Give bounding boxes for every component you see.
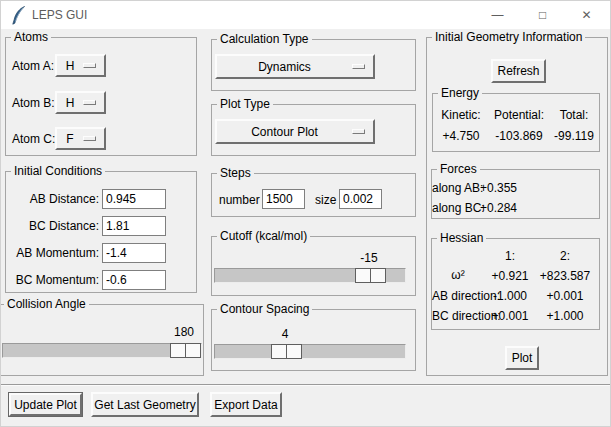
bc-direction-v2: +1.000 (536, 309, 594, 323)
contour-spacing-value: 4 (265, 327, 305, 341)
optionmenu-indicator-icon (83, 136, 96, 141)
bc-direction-v1: +0.001 (484, 309, 536, 323)
potential-value: -103.869 (488, 129, 550, 143)
geometry-info-group: Initial Geometry Information Refresh Ene… (426, 37, 608, 376)
cutoff-slider[interactable] (214, 268, 406, 283)
bc-momentum-label: BC Momentum: (6, 273, 99, 287)
kinetic-value: +4.750 (435, 129, 487, 143)
cutoff-value: -15 (349, 251, 389, 265)
atom-a-value: H (57, 59, 83, 73)
bc-direction-label: BC direction: (432, 309, 482, 323)
calculation-type-value: Dynamics (217, 60, 352, 74)
cutoff-handle[interactable] (355, 268, 386, 283)
omega-squared-v2: +823.587 (536, 269, 594, 283)
hessian-legend: Hessian (437, 231, 486, 246)
contour-spacing-handle[interactable] (271, 344, 302, 359)
geometry-info-legend: Initial Geometry Information (432, 30, 585, 45)
forces-group: Forces along AB: +0.355 along BC: +0.284 (431, 169, 600, 219)
get-last-geometry-label: Get Last Geometry (94, 398, 195, 412)
plot-type-legend: Plot Type (217, 97, 273, 112)
window-title: LEPS GUI (32, 8, 87, 22)
calculation-type-select[interactable]: Dynamics (215, 54, 375, 79)
force-bc-label: along BC: (432, 201, 472, 215)
collision-angle-handle[interactable] (170, 343, 201, 358)
force-ab-label: along AB: (432, 181, 472, 195)
bc-momentum-input[interactable] (102, 270, 166, 290)
ab-momentum-input[interactable] (102, 243, 166, 263)
atom-b-value: H (57, 96, 83, 110)
titlebar: LEPS GUI — □ ✕ (1, 1, 610, 29)
steps-group: Steps number size (211, 173, 416, 217)
plot-type-group: Plot Type Contour Plot (211, 104, 416, 156)
cutoff-legend: Cutoff (kcal/mol) (217, 229, 310, 244)
ab-momentum-label: AB Momentum: (6, 246, 99, 260)
calculation-type-group: Calculation Type Dynamics (211, 39, 416, 91)
ab-distance-label: AB Distance: (6, 192, 99, 206)
energy-legend: Energy (438, 86, 482, 101)
ab-direction-v1: -1.000 (484, 289, 536, 303)
cutoff-group: Cutoff (kcal/mol) -15 (211, 236, 416, 296)
contour-spacing-legend: Contour Spacing (217, 302, 312, 317)
minimize-button[interactable]: — (475, 1, 520, 29)
initial-conditions-group: Initial Conditions AB Distance: BC Dista… (5, 171, 197, 293)
steps-legend: Steps (217, 166, 254, 181)
steps-size-input[interactable] (339, 189, 382, 209)
close-icon: ✕ (581, 8, 591, 22)
export-data-button[interactable]: Export Data (210, 392, 282, 417)
update-plot-label: Update Plot (14, 398, 77, 412)
atoms-group: Atoms Atom A: H Atom B: H Atom C: F (5, 37, 197, 156)
plot-button-label: Plot (512, 351, 533, 365)
atom-b-select[interactable]: H (55, 91, 106, 114)
get-last-geometry-button[interactable]: Get Last Geometry (91, 392, 199, 417)
close-button[interactable]: ✕ (565, 1, 608, 29)
plot-type-select[interactable]: Contour Plot (215, 119, 375, 144)
energy-group: Energy Kinetic: Potential: Total: +4.750… (432, 93, 600, 152)
update-plot-button[interactable]: Update Plot (9, 393, 82, 416)
steps-number-label: number (219, 193, 260, 207)
bc-distance-input[interactable] (102, 216, 166, 236)
collision-angle-legend: Collision Angle (4, 297, 89, 312)
optionmenu-indicator-icon (352, 64, 365, 69)
toolbar-separator (1, 384, 610, 386)
atoms-legend: Atoms (11, 30, 51, 45)
contour-spacing-group: Contour Spacing 4 (211, 309, 416, 371)
initial-conditions-legend: Initial Conditions (11, 164, 105, 179)
omega-squared-label: ω² (432, 268, 484, 282)
potential-header: Potential: (488, 108, 550, 122)
minimize-icon: — (492, 8, 504, 22)
plot-button[interactable]: Plot (505, 346, 539, 370)
collision-angle-value: 180 (164, 325, 204, 339)
atom-c-label: Atom C: (12, 132, 55, 146)
force-bc-value: +0.284 (480, 201, 517, 215)
optionmenu-indicator-icon (83, 63, 96, 68)
total-value: -99.119 (550, 129, 598, 143)
hessian-col1-header: 1: (484, 249, 536, 263)
bc-distance-label: BC Distance: (6, 219, 99, 233)
atom-a-label: Atom A: (12, 59, 54, 73)
force-ab-value: +0.355 (480, 181, 517, 195)
optionmenu-indicator-icon (83, 100, 96, 105)
ab-distance-input[interactable] (102, 189, 166, 209)
refresh-button-label: Refresh (497, 64, 539, 78)
hessian-col2-header: 2: (536, 249, 594, 263)
steps-size-label: size (315, 193, 336, 207)
export-data-label: Export Data (214, 398, 277, 412)
collision-angle-slider[interactable] (2, 343, 202, 358)
atom-c-value: F (57, 132, 83, 146)
leps-gui-window: LEPS GUI — □ ✕ Atoms Atom A: H Atom B: H… (0, 0, 611, 427)
steps-number-input[interactable] (262, 189, 305, 209)
plot-type-value: Contour Plot (217, 125, 352, 139)
refresh-button[interactable]: Refresh (491, 59, 546, 83)
hessian-group: Hessian 1: 2: ω² +0.921 +823.587 AB dire… (431, 238, 600, 330)
atom-c-select[interactable]: F (55, 127, 106, 150)
collision-angle-group: Collision Angle 180 (0, 304, 204, 376)
calculation-type-legend: Calculation Type (217, 32, 312, 47)
ab-direction-v2: +0.001 (536, 289, 594, 303)
maximize-button[interactable]: □ (520, 1, 565, 29)
atom-b-label: Atom B: (12, 96, 55, 110)
atom-a-select[interactable]: H (55, 54, 106, 77)
omega-squared-v1: +0.921 (484, 269, 536, 283)
app-feather-icon (11, 6, 26, 28)
contour-spacing-slider[interactable] (214, 344, 406, 359)
forces-legend: Forces (437, 162, 480, 177)
